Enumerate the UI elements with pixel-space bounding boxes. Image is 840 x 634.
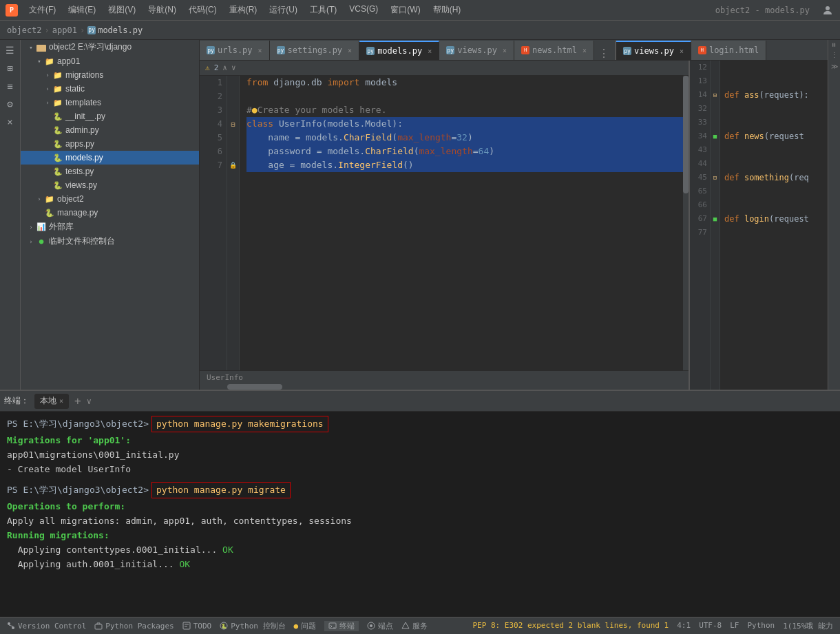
- line-num-2: 2: [200, 89, 222, 103]
- init-label: __init__.py: [65, 112, 105, 121]
- tab-close-settings[interactable]: ×: [348, 47, 352, 54]
- issues-btn[interactable]: ● 问题: [294, 621, 317, 631]
- sidebar-item-manage[interactable]: 🐍 manage.py: [21, 206, 199, 220]
- menu-bar: 文件(F) 编辑(E) 视图(V) 导航(N) 代码(C) 重构(R) 运行(U…: [23, 3, 710, 17]
- menu-help[interactable]: 帮助(H): [428, 3, 467, 17]
- tab-close-terminal[interactable]: ×: [59, 397, 63, 405]
- tests-label: tests.py: [65, 167, 94, 176]
- breadcrumb-sep2: ›: [80, 25, 85, 35]
- toolbar-close[interactable]: ×: [3, 114, 18, 129]
- tab-settings-py[interactable]: py settings.py ×: [270, 41, 360, 60]
- terminal-btn[interactable]: 终端: [324, 621, 359, 631]
- python-console-btn[interactable]: 🐍 Python 控制台: [220, 621, 285, 631]
- sidebar-item-project-root[interactable]: ▾ object2 E:\学习\django: [21, 40, 199, 54]
- toolbar-hamburger[interactable]: ☰: [3, 43, 18, 58]
- terminal-prompt-1: PS E:\学习\django3\object2>: [7, 417, 149, 431]
- sidebar-item-admin[interactable]: 🐍 admin.py: [21, 123, 199, 137]
- tab-login-html[interactable]: H login.html: [691, 41, 766, 60]
- menu-refactor[interactable]: 重构(R): [224, 3, 263, 17]
- python-packages-btn[interactable]: Python Packages: [94, 622, 174, 631]
- svg-marker-15: [402, 622, 409, 628]
- sidebar-item-templates[interactable]: › 📁 templates: [21, 96, 199, 109]
- sidebar-item-views[interactable]: 🐍 views.py: [21, 178, 199, 192]
- menu-tools[interactable]: 工具(T): [304, 3, 342, 17]
- terminal-arrow-down[interactable]: ∨: [87, 397, 92, 406]
- breadcrumb-file[interactable]: py models.py: [87, 25, 143, 35]
- user-icon[interactable]: [821, 5, 834, 16]
- temp-icon: ●: [36, 236, 47, 247]
- side-icon-2[interactable]: ⋮: [831, 51, 838, 59]
- endpoints-btn[interactable]: 端点: [367, 621, 393, 631]
- spacer: [43, 153, 52, 162]
- sidebar-item-migrations[interactable]: › 📁 migrations: [21, 68, 199, 82]
- nav-up[interactable]: ∧: [222, 63, 227, 72]
- tab-close-views[interactable]: ×: [503, 47, 507, 54]
- language-label: Python: [748, 621, 775, 631]
- gutter-3: [227, 103, 239, 117]
- version-control-btn[interactable]: Version Control: [7, 622, 86, 631]
- menu-window[interactable]: 窗口(W): [385, 3, 426, 17]
- toolbar-settings[interactable]: ⚙: [3, 96, 18, 112]
- menu-nav[interactable]: 导航(N): [143, 3, 182, 17]
- side-icon-1[interactable]: ≡: [830, 43, 838, 47]
- line-num-7: 7: [200, 158, 222, 172]
- tab-close-right-views[interactable]: ×: [680, 47, 684, 55]
- tab-close-urls[interactable]: ×: [258, 47, 262, 54]
- rg-45: ⊟: [711, 171, 720, 184]
- sidebar-item-tests[interactable]: 🐍 tests.py: [21, 165, 199, 178]
- app-icon: P: [6, 4, 18, 17]
- code-content[interactable]: from django.db import models #●Create yo…: [240, 76, 689, 370]
- manage-label: manage.py: [57, 208, 98, 218]
- expand-arrow: ›: [43, 70, 52, 80]
- spacer: [34, 208, 44, 218]
- add-terminal-btn[interactable]: +: [74, 394, 81, 408]
- templates-label: templates: [65, 98, 101, 107]
- external-libs-label: 外部库: [49, 221, 74, 233]
- folder-icon: 📁: [44, 193, 55, 204]
- line-num-3: 3: [200, 103, 222, 117]
- horizontal-scrollbar[interactable]: [200, 384, 689, 390]
- svg-rect-5: [95, 624, 102, 629]
- sidebar-item-init[interactable]: 🐍 __init__.py: [21, 109, 199, 123]
- services-btn[interactable]: 服务: [401, 621, 428, 631]
- sidebar-item-temp[interactable]: › ● 临时文件和控制台: [21, 234, 199, 249]
- sidebar-item-static[interactable]: › 📁 static: [21, 82, 199, 96]
- terminal-tab-name: 本地: [40, 395, 56, 407]
- breadcrumb-root[interactable]: object2: [7, 25, 42, 35]
- svg-point-0: [826, 6, 830, 10]
- menu-view[interactable]: 视图(V): [103, 3, 141, 17]
- admin-label: admin.py: [65, 125, 99, 135]
- menu-vcs[interactable]: VCS(G): [344, 3, 384, 17]
- tab-urls-py[interactable]: py urls.py ×: [200, 41, 270, 60]
- side-icon-3[interactable]: ≫: [831, 63, 838, 70]
- tab-views-py-right[interactable]: py views.py ×: [616, 41, 691, 60]
- toolbar-structure[interactable]: ⊞: [3, 61, 18, 76]
- migrations-label: migrations: [65, 70, 103, 80]
- menu-edit[interactable]: 编辑(E): [63, 3, 101, 17]
- menu-code[interactable]: 代码(C): [183, 3, 222, 17]
- python-console-label: Python 控制台: [231, 621, 285, 631]
- tab-news-html[interactable]: H news.html ×: [514, 41, 594, 60]
- sidebar-item-app01[interactable]: ▾ 📁 app01: [21, 54, 199, 68]
- tab-models-py[interactable]: py models.py ×: [359, 41, 439, 60]
- sidebar-item-models[interactable]: 🐍 models.py: [21, 151, 199, 165]
- nav-down[interactable]: ∨: [231, 63, 236, 72]
- terminal-tab-local[interactable]: 本地 ×: [34, 394, 69, 409]
- tab-more-btn[interactable]: ⋮: [594, 47, 613, 60]
- breadcrumb-app01[interactable]: app01: [52, 25, 77, 35]
- tab-close-models[interactable]: ×: [428, 47, 432, 55]
- todo-btn[interactable]: TODO: [182, 622, 212, 631]
- issues-icon: ●: [294, 622, 299, 631]
- menu-file[interactable]: 文件(F): [23, 3, 61, 17]
- right-gutter: ⊟ ■ ⊟ ■: [711, 61, 720, 390]
- vertical-scrollbar[interactable]: [683, 76, 689, 370]
- menu-run[interactable]: 运行(U): [264, 3, 303, 17]
- sidebar-item-external-libs[interactable]: › 📊 外部库: [21, 220, 199, 234]
- tab-views-py[interactable]: py views.py ×: [439, 41, 514, 60]
- sidebar-item-apps[interactable]: 🐍 apps.py: [21, 137, 199, 151]
- rc-14: def ass(request):: [724, 88, 828, 102]
- views-label: views.py: [65, 180, 97, 190]
- toolbar-align[interactable]: ≡: [3, 78, 18, 94]
- sidebar-item-object2-inner[interactable]: › 📁 object2: [21, 192, 199, 206]
- tab-close-news[interactable]: ×: [582, 47, 587, 54]
